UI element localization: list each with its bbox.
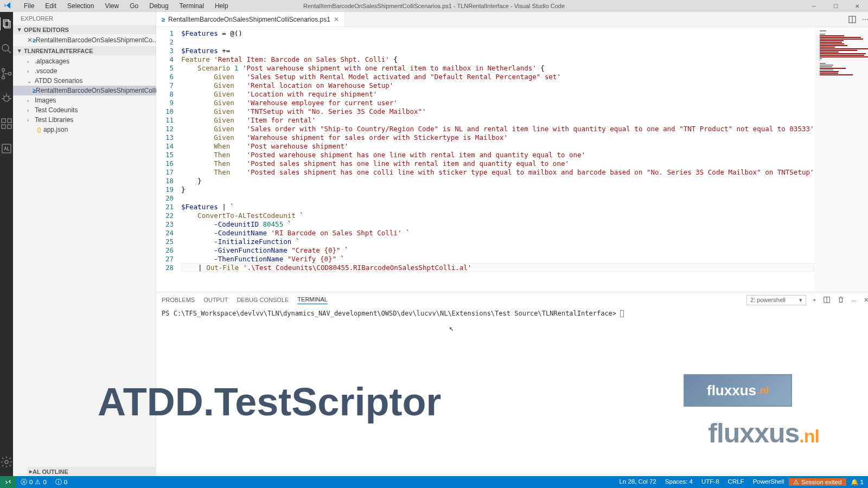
status-eol[interactable]: CRLF [724,478,749,485]
tab-debug-console[interactable]: DEBUG CONSOLE [237,297,289,303]
status-language[interactable]: PowerShell [749,478,789,485]
svg-point-4 [2,69,5,72]
close-icon[interactable]: ✕ [334,16,339,23]
mouse-cursor-icon: ↖ [449,324,454,332]
menu-go[interactable]: Go [125,1,143,11]
tree-item[interactable]: ⌄ATDD Scenarios [13,76,156,86]
menu-view[interactable]: View [100,1,123,11]
tab-label: RentalItemBarcodeOnSalesShipmentColliSce… [168,16,330,23]
svg-point-6 [9,73,11,75]
menu-edit[interactable]: Edit [41,1,61,11]
window-controls: ─ ☐ ✕ [803,0,868,12]
status-cursor[interactable]: Ln 28, Col 72 [615,478,660,485]
menu-terminal[interactable]: Terminal [175,1,208,11]
panel-tabs: PROBLEMS OUTPUT DEBUG CONSOLE TERMINAL 2… [156,292,868,307]
tree-item[interactable]: ›Test Codeunits [13,105,156,115]
tab-problems[interactable]: PROBLEMS [162,297,195,303]
svg-rect-14 [2,125,5,129]
svg-point-18 [5,460,8,464]
tree-item[interactable]: ›.vscode [13,66,156,76]
svg-line-12 [8,95,10,97]
tree-item[interactable]: ›.alpackages [13,56,156,66]
more-icon[interactable]: ⋯ [862,16,868,23]
svg-rect-16 [8,119,11,123]
panel: PROBLEMS OUTPUT DEBUG CONSOLE TERMINAL 2… [156,292,868,476]
kill-terminal-icon[interactable] [837,296,845,304]
svg-line-3 [8,50,11,53]
status-remote[interactable] [0,476,16,488]
maximize-button[interactable]: ☐ [825,0,846,12]
menu-help[interactable]: Help [210,1,233,11]
tree-item[interactable]: {}app.json [13,125,156,134]
open-editors-header[interactable]: ▾OPEN EDITORS [13,25,156,34]
minimap[interactable] [814,27,868,292]
statusbar: ⓧ 0 ⚠ 0 ⓘ 0 Ln 28, Col 72 Spaces: 4 UTF-… [0,476,868,488]
extensions-icon[interactable] [0,117,13,130]
source-control-icon[interactable] [0,67,13,80]
status-infos[interactable]: ⓘ 0 [51,476,72,488]
status-bell[interactable]: 🔔 1 [846,478,868,486]
open-editor-item[interactable]: ✕ ≥ RentalItemBarcodeOnSalesShipmentCo..… [13,35,156,45]
debug-icon[interactable] [0,92,13,105]
titlebar: File Edit Selection View Go Debug Termin… [0,0,868,12]
terminal-selector[interactable]: 2: powershell▾ [746,295,806,305]
menu-file[interactable]: File [20,1,39,11]
settings-icon[interactable] [0,455,13,468]
editor-tabs: ≥ RentalItemBarcodeOnSalesShipmentColliS… [156,12,868,27]
window-title: RentalItemBarcodeOnSalesShipmentColliSce… [303,3,565,9]
workspace-header[interactable]: ▾TLNRENTALINTERFACE [13,46,156,55]
split-terminal-icon[interactable] [823,296,831,304]
status-encoding[interactable]: UTF-8 [697,478,724,485]
svg-rect-15 [8,125,11,129]
svg-line-11 [3,95,5,97]
terminal[interactable]: PS C:\TFS_Workspace\devlvv\TLN\dynamics_… [156,307,868,476]
status-spaces[interactable]: Spaces: 4 [661,478,697,485]
status-session[interactable]: ⚠ Session exited [789,478,846,486]
menubar: File Edit Selection View Go Debug Termin… [20,1,233,11]
al-icon[interactable] [0,142,13,155]
minimize-button[interactable]: ─ [803,0,825,12]
tree-item[interactable]: ›Test Libraries [13,115,156,125]
activitybar [0,12,13,476]
status-errors[interactable]: ⓧ 0 ⚠ 0 [16,476,51,488]
tab-active[interactable]: ≥ RentalItemBarcodeOnSalesShipmentColliS… [156,12,345,27]
tab-output[interactable]: OUTPUT [203,297,228,303]
svg-point-5 [2,76,5,79]
outline-header[interactable]: ▸AL OUTLINE [27,467,170,476]
code-editor[interactable]: 1234567891011121314151617181920212223242… [156,27,868,292]
editor-area: ≥ RentalItemBarcodeOnSalesShipmentColliS… [156,12,868,476]
tree-item[interactable]: ›Images [13,95,156,105]
svg-rect-13 [2,119,5,123]
tree-item[interactable]: ≥RentalItemBarcodeOnSalesShipmentColliSc… [13,86,156,95]
close-panel-icon[interactable]: ✕ [864,297,868,304]
menu-selection[interactable]: Selection [63,1,98,11]
menu-debug[interactable]: Debug [145,1,173,11]
search-icon[interactable] [0,42,13,55]
explorer-icon[interactable] [0,17,12,30]
svg-rect-17 [2,144,11,153]
tab-terminal[interactable]: TERMINAL [297,296,328,304]
split-editor-icon[interactable] [848,15,857,24]
app-logo-icon [0,2,16,10]
svg-point-2 [2,44,9,51]
sidebar: EXPLORER ▾OPEN EDITORS ✕ ≥ RentalItemBar… [13,12,156,476]
new-terminal-icon[interactable]: + [813,297,816,303]
maximize-panel-icon[interactable]: ︿ [851,296,857,304]
sidebar-title: EXPLORER [13,12,156,25]
close-button[interactable]: ✕ [846,0,868,12]
